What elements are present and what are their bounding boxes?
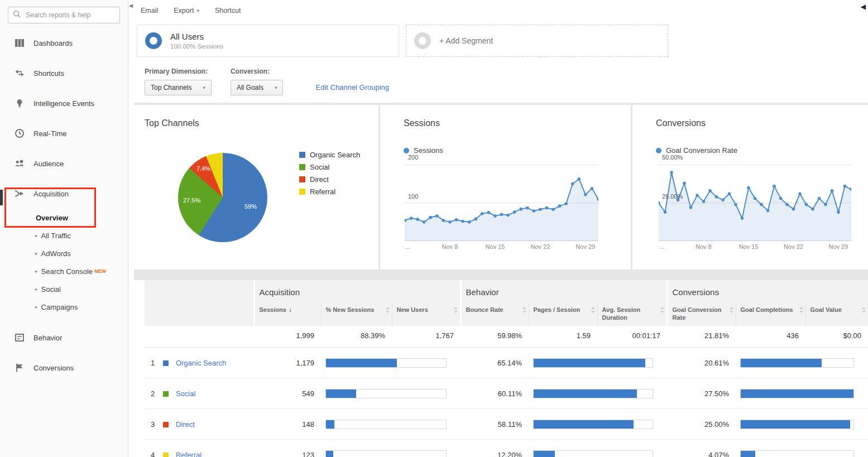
behavior-icon [15,333,25,343]
email-button[interactable]: Email [141,7,158,15]
flag-icon [15,363,25,373]
group-header-acquisition: Acquisition [254,280,461,302]
conversion-dropdown[interactable]: All Goals ▾ [231,80,284,95]
chevron-right-icon: ▸ [35,286,38,292]
analytics-app: Dashboards Shortcuts Intelligence Events… [0,0,868,457]
sidebar-item-campaigns[interactable]: ▸ Campaigns [0,298,128,316]
bounce-rate-value: 12.20% [461,440,529,457]
search-icon [13,10,21,20]
sort-icon [454,307,458,315]
sidebar-item-label: Audience [33,160,64,168]
behavior-bar-cell [529,348,667,378]
sidebar-item-conversions[interactable]: Conversions [0,353,128,383]
sidebar-item-label: Acquisition [33,190,69,198]
sub-item-label: All Traffic [41,232,71,240]
add-segment-card[interactable]: + Add Segment [406,25,668,57]
goal-rate-value: 20.61% [667,348,736,378]
new-badge: NEW [94,268,106,274]
search-box[interactable] [8,7,120,23]
sidebar-item-all-traffic[interactable]: ▸ All Traffic [0,227,128,244]
sort-icon [522,307,526,315]
total-goal-rate: 21.81% [667,326,736,348]
sidebar-item-adwords[interactable]: ▸ AdWords [0,244,128,262]
row-rank: 3 [151,420,157,429]
sidebar-item-overview[interactable]: Overview [0,209,128,227]
channel-link[interactable]: Organic Search [176,359,226,367]
shortcut-button[interactable]: Shortcut [215,7,241,15]
sidebar-item-audience[interactable]: Audience [0,148,128,179]
channel-link[interactable]: Direct [176,420,195,429]
table-group-header-row: Acquisition Behavior Conversions [145,280,868,302]
goal-rate-value: 25.00% [667,409,736,440]
acquisition-submenu: Overview ▸ All Traffic ▸ AdWords ▸ Searc… [0,209,128,316]
primary-dimension-label: Primary Dimension: [145,68,212,75]
channel-link[interactable]: Referral [176,451,202,457]
group-header-conversions: Conversions [667,280,868,302]
conversion-bar-cell [736,348,868,378]
sidebar-item-search-console[interactable]: ▸ Search Console NEW [0,262,128,280]
sessions-bar-cell [321,378,461,409]
lightbulb-icon [15,98,25,108]
column-header-bounce-rate[interactable]: Bounce Rate [461,302,529,326]
y-axis-tick: 50.00% [662,154,683,161]
sidebar-item-dashboards[interactable]: Dashboards [0,28,128,58]
conversions-chart-svg [659,163,851,241]
sidebar-item-label: Behavior [33,334,62,342]
bar-fill [534,389,637,398]
column-header-pages-session[interactable]: Pages / Session [529,302,597,326]
conversions-chart: 50.00% 25.00% [659,163,851,241]
sub-item-label: Search Console [41,267,93,276]
sort-icon [862,307,866,315]
sub-item-label: AdWords [41,249,71,258]
primary-dimension-dropdown[interactable]: Top Channels ▾ [145,80,212,95]
collapse-sidebar-icon[interactable]: ◀ [129,3,133,8]
sidebar-item-label: Dashboards [33,39,73,47]
column-header-goal-completions[interactable]: Goal Completions [736,302,805,326]
legend-item-social: Social [299,163,360,171]
column-header-goal-value[interactable]: Goal Value [805,302,868,326]
collapse-panel-icon[interactable]: ◀ [861,3,866,11]
sidebar-item-social[interactable]: ▸ Social [0,280,128,298]
edit-channel-grouping-link[interactable]: Edit Channel Grouping [315,83,389,92]
column-header-avg-session-duration[interactable]: Avg. Session Duration [597,302,667,326]
table-column-header-row: Sessions↓ % New Sessions New Users Bounc… [145,302,868,326]
export-button[interactable]: Export▾ [174,7,199,15]
column-header-sessions[interactable]: Sessions↓ [254,302,321,326]
legend-color-chip [299,152,305,158]
divider-band [134,270,868,280]
channel-link[interactable]: Social [176,389,195,398]
panel-title: Conversions [632,105,868,128]
sessions-bar-cell [321,348,461,378]
sessions-value: 1,179 [254,348,321,378]
sidebar-item-real-time[interactable]: Real-Time [0,118,128,148]
channel-color-chip [163,422,169,427]
sort-icon [660,307,664,315]
chevron-down-icon: ▾ [275,85,277,90]
table-row: 3 Direct 148 58.11% 25.00% [145,409,868,440]
table-totals-row: 1,999 88.39% 1,767 59.98% 1.59 00:01:17 … [145,326,868,348]
goal-rate-value: 27.50% [667,378,736,409]
sidebar-item-label: Intelligence Events [33,99,94,108]
segment-all-users[interactable]: All Users 100.00% Sessions [137,25,399,57]
bounce-rate-value: 65.14% [461,348,529,378]
column-header-new-sessions[interactable]: % New Sessions [321,302,392,326]
sidebar-item-intelligence-events[interactable]: Intelligence Events [0,88,128,118]
legend-item-referral: Referral [299,187,360,196]
search-input[interactable] [25,11,115,20]
column-header-goal-conversion-rate[interactable]: Goal Conversion Rate [667,302,736,326]
legend-dot-icon [656,148,661,153]
panel-title: Top Channels [134,105,378,128]
channel-color-chip [163,391,169,397]
sidebar-item-behavior[interactable]: Behavior [0,323,128,353]
sessions-chart-svg [405,163,598,241]
total-pages-session: 1.59 [529,326,597,348]
sidebar-item-shortcuts[interactable]: Shortcuts [0,58,128,88]
dimension-controls: Primary Dimension: Top Channels ▾ Conver… [128,57,868,95]
sidebar-item-acquisition[interactable]: Acquisition [0,179,128,209]
total-goal-value: $0.00 [805,326,868,348]
sort-desc-icon: ↓ [289,306,292,314]
segment-donut-icon-gray [414,32,431,49]
column-header-new-users[interactable]: New Users [392,302,461,326]
sort-icon [386,307,390,315]
sessions-bar-cell [321,440,461,457]
